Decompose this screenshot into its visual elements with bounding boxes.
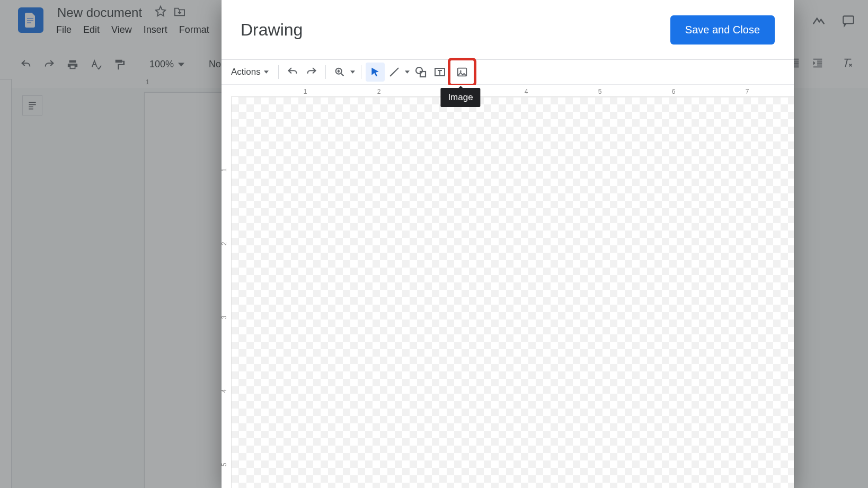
undo-button[interactable] [283,63,302,82]
zoom-tool[interactable] [330,63,357,82]
ruler-label: 1 [304,88,307,95]
dialog-title: Drawing [241,20,303,40]
redo-button[interactable] [302,63,321,82]
save-and-close-button[interactable]: Save and Close [670,15,775,45]
ruler-label: 3 [222,316,228,320]
drawing-vertical-ruler: 1 2 3 4 5 [222,96,231,488]
drawing-canvas[interactable] [231,96,794,488]
textbox-tool[interactable] [430,63,449,82]
image-tool[interactable] [449,59,475,85]
ruler-label: 1 [222,168,228,172]
ruler-label: 5 [598,88,602,95]
chevron-down-icon [349,70,357,74]
svg-point-9 [460,70,462,72]
drawing-toolbar: Actions [222,59,794,85]
toolbar-separator [278,65,279,79]
actions-label: Actions [231,67,261,77]
chevron-down-icon [404,70,411,74]
ruler-label: 7 [746,88,749,95]
line-tool[interactable] [385,63,411,82]
select-tool[interactable] [366,63,385,82]
drawing-dialog: Drawing Save and Close Actions [222,0,794,488]
drawing-horizontal-ruler: 1 2 3 4 5 6 7 [231,85,794,96]
ruler-label: 2 [222,242,228,246]
toolbar-separator [325,65,326,79]
ruler-label: 6 [672,88,676,95]
ruler-label: 2 [377,88,381,95]
svg-point-5 [416,67,422,74]
ruler-label: 3 [451,88,455,95]
drawing-canvas-area: 1 2 3 4 5 6 7 1 2 3 4 5 [222,85,794,488]
ruler-label: 4 [222,389,228,393]
ruler-label: 5 [222,463,228,467]
ruler-label: 4 [525,88,528,95]
shape-tool[interactable] [411,63,430,82]
actions-menu[interactable]: Actions [226,65,274,79]
toolbar-separator [361,65,361,79]
